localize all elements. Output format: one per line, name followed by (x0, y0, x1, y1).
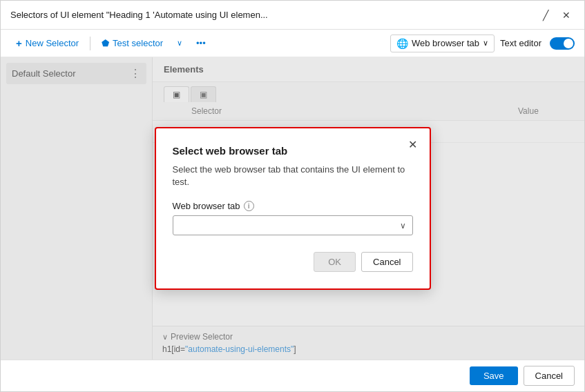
info-icon: i (244, 201, 254, 211)
web-browser-tab-select[interactable] (173, 215, 413, 235)
close-icon: ✕ (562, 10, 570, 21)
save-button[interactable]: Save (470, 366, 518, 385)
web-browser-tab-label: Web browser tab (412, 38, 479, 48)
globe-icon: 🌐 (396, 38, 408, 49)
window-title: Selectors of UI element "Heading 1 'Auto… (10, 10, 268, 20)
dialog-title: Select web browser tab (173, 145, 413, 157)
toolbar-right: 🌐 Web browser tab ∨ Text editor (390, 35, 575, 52)
title-bar-left: Selectors of UI element "Heading 1 'Auto… (10, 10, 268, 20)
toolbar: + New Selector ⬟ Test selector ∨ ••• 🌐 W… (1, 30, 584, 57)
more-icon: ••• (196, 38, 206, 48)
bottom-bar: Save Cancel (1, 360, 584, 391)
minimize-icon: ╱ (543, 10, 548, 21)
cancel-label: Cancel (373, 257, 401, 267)
dialog-description: Select the web browser tab that contains… (173, 164, 413, 188)
text-editor-label: Text editor (500, 38, 541, 48)
title-bar-icons: ╱ ✕ (537, 7, 575, 23)
ok-label: OK (328, 257, 341, 267)
dialog: ✕ Select web browser tab Select the web … (155, 127, 431, 290)
web-browser-tab-chevron: ∨ (483, 39, 488, 48)
dialog-ok-button[interactable]: OK (314, 252, 356, 272)
new-selector-button[interactable]: + New Selector (10, 35, 84, 52)
test-selector-button[interactable]: ⬟ Test selector (96, 35, 169, 51)
dialog-close-icon: ✕ (408, 138, 417, 151)
dialog-select-wrapper: ∨ (173, 215, 413, 235)
toolbar-left: + New Selector ⬟ Test selector ∨ ••• (10, 35, 211, 52)
cancel-label: Cancel (535, 371, 563, 381)
close-button[interactable]: ✕ (558, 7, 575, 23)
dialog-close-button[interactable]: ✕ (405, 137, 421, 153)
dialog-actions: OK Cancel (173, 252, 413, 272)
dialog-cancel-button[interactable]: Cancel (361, 252, 412, 272)
web-browser-tab-field-label: Web browser tab (173, 201, 240, 211)
modal-overlay: ✕ Select web browser tab Select the web … (1, 57, 584, 360)
chevron-down-icon: ∨ (177, 39, 182, 48)
dialog-field-label: Web browser tab i (173, 201, 413, 211)
more-button[interactable]: ••• (191, 35, 211, 51)
save-label: Save (483, 371, 504, 381)
main-window: Selectors of UI element "Heading 1 'Auto… (0, 0, 585, 392)
plus-icon: + (16, 37, 22, 49)
toolbar-divider-1 (90, 37, 90, 50)
new-selector-label: New Selector (26, 38, 79, 48)
test-selector-label: Test selector (113, 38, 163, 48)
chevron-dropdown-button[interactable]: ∨ (171, 36, 188, 50)
content-area: Default Selector ⋮ Elements ▣ ▣ Selector (1, 57, 584, 360)
text-editor-toggle[interactable] (550, 37, 575, 50)
beaker-icon: ⬟ (102, 38, 109, 48)
web-browser-tab-button[interactable]: 🌐 Web browser tab ∨ (390, 35, 495, 52)
minimize-button[interactable]: ╱ (537, 7, 554, 23)
title-bar: Selectors of UI element "Heading 1 'Auto… (1, 1, 584, 30)
cancel-button[interactable]: Cancel (524, 366, 575, 386)
